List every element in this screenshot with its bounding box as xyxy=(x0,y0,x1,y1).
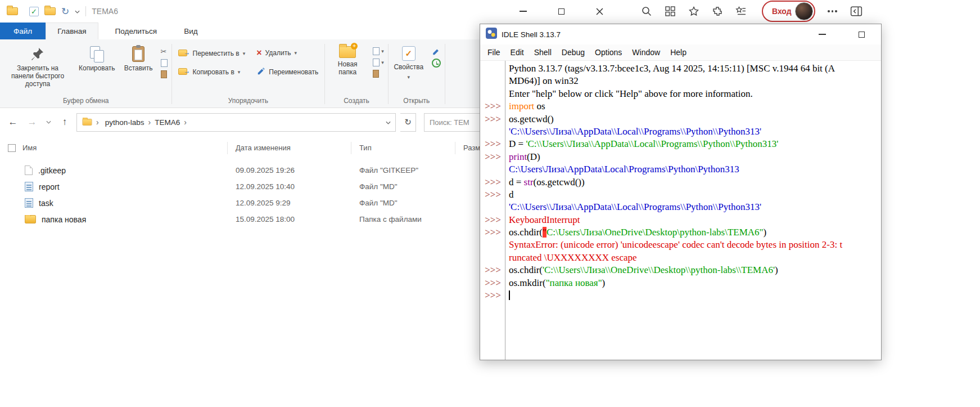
signin-label: Вход xyxy=(772,7,792,16)
idle-window-controls xyxy=(815,24,869,44)
search-icon[interactable] xyxy=(640,5,653,17)
cut-icon[interactable]: ✂ xyxy=(161,47,168,56)
menu-options[interactable]: Options xyxy=(590,48,627,57)
idle-titlebar: IDLE Shell 3.13.7 xyxy=(480,24,881,44)
ribbon-group-new: Новая папка ▾ ▾ Создать xyxy=(326,41,387,108)
tabs-grid-icon[interactable] xyxy=(664,5,676,17)
menu-debug[interactable]: Debug xyxy=(557,48,590,57)
shell-prompt: >>> xyxy=(480,289,505,302)
browser-toolbar: Вход xyxy=(613,0,980,23)
file-icon xyxy=(25,166,33,175)
chevron-down-icon: ▾ xyxy=(238,69,241,75)
chevron-down-icon: ▾ xyxy=(294,50,297,56)
undo-redo-icon[interactable]: ↻ xyxy=(61,6,69,17)
easy-access-icon[interactable]: ▾ xyxy=(373,59,384,66)
more-options-icon[interactable] xyxy=(827,5,839,17)
breadcrumb-chevron-icon[interactable]: › xyxy=(183,118,188,127)
forward-icon[interactable]: → xyxy=(25,115,39,129)
minimize-button[interactable] xyxy=(516,4,530,19)
tab-file[interactable]: Файл xyxy=(0,23,46,39)
properties-quick-icon[interactable]: ✓ xyxy=(29,7,39,16)
new-folder-button[interactable]: Новая папка xyxy=(326,43,369,79)
menu-edit[interactable]: Edit xyxy=(505,48,529,57)
menu-file[interactable]: File xyxy=(482,48,505,57)
history-icon[interactable] xyxy=(432,59,441,68)
signin-button[interactable]: Вход xyxy=(762,1,815,22)
column-header-name[interactable]: Имя xyxy=(0,142,228,154)
shell-line-text: KeyboardInterrupt xyxy=(505,214,881,226)
breadcrumb-item[interactable]: TEMA6 xyxy=(152,118,183,127)
copy-to-button[interactable]: → Копировать в ▾ xyxy=(174,65,250,79)
shell-line-text: C:\Users\Лиза\AppData\Local\Programs\Pyt… xyxy=(505,163,881,176)
shell-text-area[interactable]: Python 3.13.7 (tags/v3.13.7:bcee1c3, Aug… xyxy=(480,61,881,360)
copy-button[interactable]: Копировать xyxy=(74,43,120,75)
pin-icon xyxy=(30,46,45,62)
chevron-down-icon: ▾ xyxy=(408,73,410,81)
move-to-icon: → xyxy=(178,49,189,57)
close-button[interactable] xyxy=(592,4,607,19)
location-folder-icon xyxy=(83,119,92,126)
select-all-checkbox[interactable] xyxy=(8,144,16,152)
breadcrumb-chevron-icon: › xyxy=(95,118,100,127)
paste-shortcut-icon[interactable] xyxy=(161,70,168,78)
sidebar-toggle-icon[interactable] xyxy=(850,5,862,17)
shell-prompt xyxy=(480,75,505,87)
shell-line-text: runcated \UXXXXXXXX escape xyxy=(505,252,881,264)
file-date: 09.09.2025 19:26 xyxy=(228,166,351,175)
address-bar[interactable]: › python-labs›TEMA6› xyxy=(76,113,396,132)
maximize-button[interactable] xyxy=(554,4,568,19)
rename-button[interactable]: Переименовать xyxy=(252,64,323,79)
qat-customize-chevron-icon[interactable] xyxy=(75,6,80,16)
extensions-icon[interactable] xyxy=(711,5,724,17)
text-cursor xyxy=(509,290,510,300)
menu-help[interactable]: Help xyxy=(665,48,692,57)
ribbon-group-clipboard: Закрепить на панели быстрого доступа Коп… xyxy=(1,41,171,108)
new-item-icon[interactable]: ▾ xyxy=(373,47,384,55)
file-type: Папка с файлами xyxy=(351,215,455,223)
column-header-type[interactable]: Тип xyxy=(351,142,455,154)
ribbon-group-open: ✓ Свойства ▾ Открыть xyxy=(389,41,444,108)
breadcrumb-chevron-icon[interactable]: › xyxy=(147,118,152,127)
screen: Вход ✓ ↻ TEMA6 xyxy=(0,0,980,407)
idle-menubar: FileEditShellDebugOptionsWindowHelp xyxy=(480,44,881,61)
menu-shell[interactable]: Shell xyxy=(529,48,557,57)
file-name: task xyxy=(39,199,53,208)
group-divider xyxy=(388,44,389,104)
tab-share[interactable]: Поделиться xyxy=(104,23,169,39)
column-header-date[interactable]: Дата изменения xyxy=(228,142,351,154)
recent-locations-chevron-icon[interactable] xyxy=(44,115,53,129)
shell-prompt xyxy=(480,163,505,176)
back-icon[interactable]: ← xyxy=(6,115,20,129)
new-folder-quick-icon[interactable] xyxy=(44,7,56,15)
shell-line-text: D = 'C:\\Users\\Лиза\\AppData\\Local\\Pr… xyxy=(505,138,881,150)
menu-window[interactable]: Window xyxy=(627,48,665,57)
refresh-icon[interactable]: ↻ xyxy=(400,113,416,132)
file-name: report xyxy=(39,182,60,191)
tab-home[interactable]: Главная xyxy=(46,23,98,39)
breadcrumb-item[interactable]: python-labs xyxy=(102,118,147,127)
idle-maximize-button[interactable] xyxy=(854,27,869,42)
new-shortcut-icon[interactable] xyxy=(373,70,384,78)
copy-path-icon[interactable] xyxy=(161,59,168,67)
idle-minimize-button[interactable] xyxy=(815,27,829,42)
up-icon[interactable]: ↑ xyxy=(57,115,72,129)
properties-button[interactable]: ✓ Свойства ▾ xyxy=(389,43,428,84)
delete-button[interactable]: × Удалить ▾ xyxy=(252,46,323,60)
open-small-buttons xyxy=(428,43,444,72)
paste-button[interactable]: Вставить xyxy=(120,43,157,75)
address-dropdown-chevron-icon[interactable] xyxy=(386,118,391,127)
favorites-list-icon[interactable] xyxy=(735,5,747,17)
group-divider xyxy=(171,44,172,104)
shell-prompt: >>> xyxy=(480,138,505,150)
shell-prompt: >>> xyxy=(480,264,505,276)
group-divider xyxy=(445,44,445,104)
pin-to-quick-access-button[interactable]: Закрепить на панели быстрого доступа xyxy=(1,43,74,91)
move-to-button[interactable]: → Переместить в ▾ xyxy=(174,46,250,60)
tab-view[interactable]: Вид xyxy=(173,23,209,39)
shell-line-text: SyntaxError: (unicode error) 'unicodeesc… xyxy=(505,239,881,251)
edit-icon[interactable] xyxy=(432,47,441,55)
move-to-label: Переместить в xyxy=(193,50,240,57)
idle-window: IDLE Shell 3.13.7 FileEditShellDebugOpti… xyxy=(480,24,882,360)
shell-line-text: import os xyxy=(505,100,881,113)
favorite-star-icon[interactable] xyxy=(688,5,700,17)
